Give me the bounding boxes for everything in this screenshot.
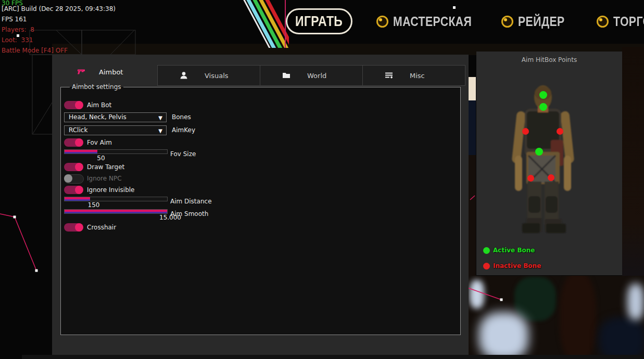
aim-distance-label: Aim Distance <box>170 198 212 205</box>
fov-size-value: 50 <box>93 155 109 162</box>
hud-loot: Loot: 331 <box>2 37 33 44</box>
crosshair-label: Crosshair <box>87 224 116 231</box>
fov-aim-toggle[interactable] <box>64 138 83 147</box>
hud-build: [ARC] Build (Dec 28 2025, 09:43:38) <box>2 6 116 12</box>
coin-icon <box>501 16 513 28</box>
aim-distance-slider[interactable] <box>64 197 168 201</box>
tab-misc[interactable]: Misc <box>362 65 465 86</box>
menu-item-workshop[interactable]: МАСТЕРСКАЯ <box>376 14 486 29</box>
toggle-knob <box>75 163 83 171</box>
scene-light-blob <box>470 280 484 309</box>
menu-item-shop[interactable]: ТОРГОВЛЯ <box>597 14 644 29</box>
bone-dot-pelvis[interactable] <box>535 148 543 156</box>
aim-smooth-label: Aim Smooth <box>170 210 208 217</box>
menu-item-label: МАСТЕРСКАЯ <box>393 14 472 29</box>
ignore-npc-toggle[interactable] <box>64 174 84 184</box>
inactive-bone-dot <box>483 263 490 270</box>
scene-blue-corner <box>599 317 644 359</box>
active-bone-dot <box>483 247 490 254</box>
legend-inactive-bone: Inactive Bone <box>483 262 541 270</box>
game-bottom-bar <box>22 355 644 359</box>
tab-visuals[interactable]: Visuals <box>157 65 260 86</box>
fov-aim-label: Fov Aim <box>87 139 112 146</box>
draw-target-toggle[interactable] <box>64 163 83 171</box>
scene-snow-blob <box>479 312 528 359</box>
toggle-knob <box>64 174 72 183</box>
bone-dot-neck[interactable] <box>539 103 547 111</box>
toggle-knob <box>75 101 83 109</box>
person-icon <box>180 71 188 80</box>
tab-world[interactable]: World <box>260 65 363 86</box>
play-button[interactable]: ИГРАТЬ <box>286 8 352 34</box>
scene-light-edge <box>627 284 644 320</box>
aim-bot-label: Aim Bot <box>87 101 111 109</box>
coin-icon <box>597 16 609 28</box>
hitbox-panel-title: Aim HitBox Points <box>476 56 622 63</box>
crosshair-toggle[interactable] <box>64 223 83 232</box>
aimkey-label: AimKey <box>172 126 195 134</box>
tab-label: Aimbot <box>99 68 123 76</box>
tab-label: World <box>307 72 326 80</box>
play-button-label: ИГРАТЬ <box>295 13 343 30</box>
aim-smooth-slider[interactable] <box>64 209 168 214</box>
hud-players: Players: 8 <box>2 27 34 33</box>
bone-dot-right-arm[interactable] <box>522 128 529 135</box>
ignore-invisible-label: Ignore Invisible <box>87 186 134 194</box>
toggle-knob <box>75 223 83 232</box>
draw-target-label: Draw Target <box>87 163 124 171</box>
slider-fill <box>65 197 90 201</box>
hitbox-panel: Aim HitBox Points <box>476 52 622 275</box>
menu-item-label: ТОРГОВЛЯ <box>613 14 644 29</box>
legend-active-bone: Active Bone <box>483 247 535 254</box>
screen: 30 FPS [ARC] Build (Dec 28 2025, 09:43:3… <box>0 0 644 359</box>
legend-label: Inactive Bone <box>493 262 541 270</box>
bone-dot-right-thigh[interactable] <box>527 175 534 182</box>
scene-column <box>560 276 596 359</box>
aimkey-dropdown[interactable]: RClick <box>64 125 167 135</box>
fov-size-slider[interactable] <box>64 149 168 154</box>
toggle-knob <box>75 138 83 147</box>
toggle-knob <box>75 186 83 194</box>
hud-battle-mode: Battle Mode [F4] OFF <box>2 47 68 54</box>
cheat-menu-panel: Aimbot Visuals World Misc <box>52 55 469 355</box>
tab-label: Visuals <box>205 72 229 80</box>
game-scene-bottom-right <box>469 276 644 359</box>
scene-sign <box>514 277 556 321</box>
tab-aimbot[interactable]: Aimbot <box>77 68 123 76</box>
gun-icon <box>77 68 85 76</box>
bone-dot-left-arm[interactable] <box>557 128 563 135</box>
slider-fill <box>65 150 97 153</box>
ignore-invisible-toggle[interactable] <box>64 186 83 194</box>
folder-icon <box>282 71 291 80</box>
bone-dot-left-thigh[interactable] <box>548 174 554 181</box>
slider-fill <box>65 210 167 213</box>
aim-bot-toggle[interactable] <box>64 101 83 109</box>
group-title: Aimbot settings <box>70 83 123 91</box>
menu-item-raider[interactable]: РЕЙДЕР <box>501 14 573 29</box>
coin-icon <box>376 16 388 28</box>
bones-dropdown[interactable]: Head, Neck, Pelvis <box>64 112 167 122</box>
menu-art-stripes <box>224 0 289 48</box>
bone-dot-head[interactable] <box>539 91 547 99</box>
fov-size-label: Fov Size <box>170 150 196 158</box>
sliders-icon <box>385 71 393 80</box>
menu-item-label: РЕЙДЕР <box>518 14 565 29</box>
legend-label: Active Bone <box>493 247 535 254</box>
aim-distance-value: 150 <box>84 201 103 209</box>
ignore-npc-label: Ignore NPC <box>87 175 122 182</box>
bones-label: Bones <box>172 113 191 121</box>
tab-label: Misc <box>410 72 425 80</box>
hud-fps: FPS 161 <box>2 16 27 23</box>
player-model <box>476 52 622 275</box>
